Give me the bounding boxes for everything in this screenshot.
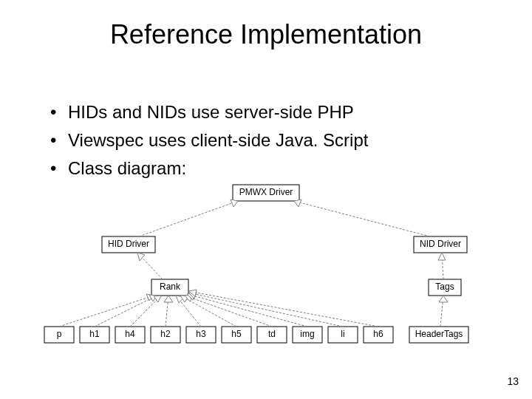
box-rank: Rank [160,282,181,292]
arrow [164,296,173,327]
bullet-item: HIDs and NIDs use server-side PHP [50,99,368,126]
leaf-row: p h1 h4 h2 h3 h5 td img li h6 HeaderTags [44,327,468,343]
leaf: h1 [89,329,100,339]
leaf: td [268,329,276,339]
svg-marker-23 [438,253,446,260]
svg-line-24 [59,296,154,327]
svg-line-42 [188,291,378,327]
bullet-list: HIDs and NIDs use server-side PHP Viewsp… [21,99,368,183]
leaf: h2 [160,329,171,339]
arrow [139,200,238,236]
box-tags: Tags [435,282,454,292]
svg-marker-45 [439,296,448,302]
arrow [294,200,430,236]
box-hid-driver: HID Driver [108,239,149,249]
arrow [95,295,157,327]
class-diagram: PMWX Driver HID Driver NID Driver Rank T… [44,185,488,355]
bullet-item: Class diagram: [50,155,368,182]
svg-line-26 [95,296,157,327]
leaf: h4 [125,329,135,339]
leaf: h6 [373,329,383,339]
box-pmwx-driver: PMWX Driver [239,187,293,197]
arrow [59,294,154,327]
leaf: h5 [231,329,242,339]
arrow [439,296,448,327]
arrow [130,296,161,327]
svg-marker-31 [164,296,173,302]
arrow [438,253,446,279]
arrow [188,292,343,327]
leaf: p [57,329,62,339]
arrow [188,290,378,327]
slide-title: Reference Implementation [0,19,532,50]
svg-line-18 [294,201,430,236]
page-number: 13 [507,375,519,387]
svg-marker-19 [294,200,301,207]
svg-line-16 [139,201,238,236]
leaf: HeaderTags [415,329,463,339]
leaf: li [341,329,344,339]
svg-line-40 [188,293,343,327]
leaf: h3 [196,329,206,339]
svg-marker-17 [231,200,238,207]
bullet-item: Viewspec uses client-side Java. Script [50,127,368,154]
box-nid-driver: NID Driver [420,239,461,249]
leaf: img [300,329,314,339]
slide: Reference Implementation HIDs and NIDs u… [0,0,532,399]
arrow [137,253,163,279]
